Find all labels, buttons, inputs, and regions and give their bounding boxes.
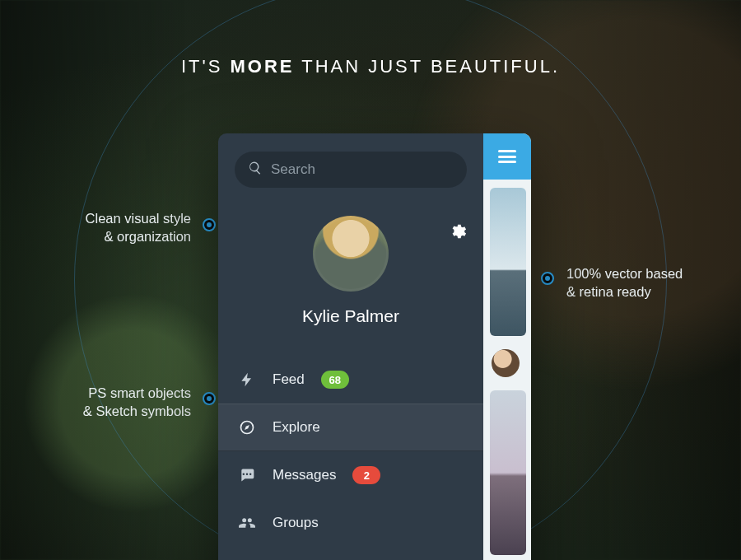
gear-icon (449, 229, 467, 243)
group-icon (238, 514, 256, 532)
nav-item-explore[interactable]: Explore (218, 404, 483, 451)
avatar (492, 349, 520, 377)
avatar[interactable] (313, 216, 389, 292)
search-icon (248, 161, 263, 179)
hamburger-icon (498, 156, 516, 158)
headline: IT'S MORE THAN JUST BEAUTIFUL. (0, 56, 741, 77)
device-mockup: Kylie Palmer Feed 68 Explore (218, 133, 531, 560)
callout-dot-icon (541, 272, 554, 285)
search-input[interactable] (271, 161, 454, 178)
search-field[interactable] (235, 152, 467, 188)
nav-label: Messages (273, 467, 336, 483)
feed-author-row[interactable] (490, 346, 526, 380)
nav-item-feed[interactable]: Feed 68 (218, 356, 483, 404)
feed-image-card[interactable] (490, 390, 526, 555)
callout-text: & organization (105, 229, 192, 244)
callout-text: 100% vector based (566, 266, 683, 281)
headline-post: THAN JUST BEAUTIFUL. (294, 56, 560, 77)
callout-dot-icon (203, 218, 216, 231)
settings-button[interactable] (449, 222, 467, 240)
nav-list: Feed 68 Explore Messages 2 (218, 356, 483, 547)
callout-visual-style: Clean visual style & organization (18, 209, 191, 246)
callout-vector-based: 100% vector based & retina ready (566, 264, 731, 301)
nav-item-groups[interactable]: Groups (218, 499, 483, 547)
main-content (483, 133, 531, 560)
headline-strong: MORE (230, 56, 294, 77)
feed-image-card[interactable] (490, 188, 526, 336)
profile-section: Kylie Palmer (218, 216, 483, 326)
nav-label: Explore (273, 419, 320, 436)
compass-icon (238, 418, 256, 436)
app-topbar (483, 133, 531, 180)
menu-button[interactable] (498, 150, 516, 163)
user-name: Kylie Palmer (302, 306, 399, 326)
callout-smart-objects: PS smart objects & Sketch symbols (18, 384, 191, 421)
callout-dot-icon (203, 392, 216, 405)
badge-count: 68 (321, 371, 349, 389)
callout-text: Clean visual style (86, 211, 191, 226)
callout-text: PS smart objects (88, 385, 191, 400)
badge-count: 2 (352, 466, 380, 484)
nav-item-messages[interactable]: Messages 2 (218, 451, 483, 499)
hamburger-icon (498, 150, 516, 152)
callout-text: & Sketch symbols (83, 404, 191, 418)
hamburger-icon (498, 161, 516, 163)
nav-label: Feed (273, 371, 305, 388)
headline-pre: IT'S (181, 56, 231, 77)
callout-text: & retina ready (566, 284, 651, 299)
navigation-drawer: Kylie Palmer Feed 68 Explore (218, 133, 483, 560)
chat-icon (238, 466, 256, 484)
nav-label: Groups (273, 515, 319, 531)
lightning-icon (238, 371, 256, 389)
